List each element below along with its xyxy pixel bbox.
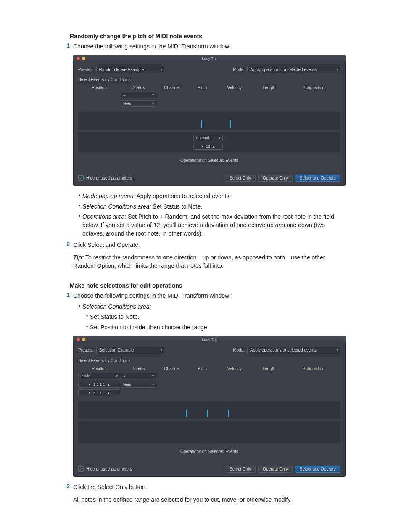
col-length: Length [252,365,286,372]
presets-dropdown[interactable]: Random Move Example▾ [96,66,164,73]
step-number: 2 [63,483,70,490]
col-channel: Channel [157,365,187,372]
window-titlebar: Lady Tra [73,55,346,62]
tip-label: Tip: [73,254,84,261]
window-title: Lady Tra [73,337,346,341]
transform-window-screenshot-1: Lady Tra Presets: Random Move Example▾ M… [73,55,346,186]
mode-label: Mode: [233,67,245,72]
sub-bullet-text: Set Status to Note. [90,312,342,321]
bullet-item: • Selection Conditions area: Set Status … [77,202,342,211]
select-and-operate-button[interactable]: Select and Operate [295,175,340,182]
step-text: Click the Select Only button. [73,483,342,491]
bullet-lead: Selection Conditions area: [82,303,151,310]
status-op-dropdown[interactable]: =▾ [121,92,156,98]
position-to-field[interactable]: ▾8 1 1 1▴ [78,389,120,396]
chevron-down-icon: ▾ [337,68,338,71]
sub-bullet-item: • Set Position to Inside, then choose th… [84,323,342,331]
hide-unused-label: Hide unused parameters [86,467,132,471]
chevron-down-icon: ▾ [161,68,162,71]
section-title: Randomly change the pitch of MIDI note e… [70,33,342,40]
step-row: 2 Click Select and Operate. [63,241,342,249]
step-text: Click Select and Operate. [73,241,342,249]
status-value-dropdown[interactable]: Note▾ [121,381,156,388]
hide-unused-checkbox[interactable]: ✓ Hide unused parameters [78,466,132,472]
col-pitch: Pitch [187,365,217,372]
presets-value: Selection Example [99,348,134,352]
bullet-lead: Operations area: [82,213,126,220]
col-subposition: Subposition [287,365,340,372]
bullet-lead: Selection Conditions area: [82,203,151,210]
presets-value: Random Move Example [99,67,144,72]
checkmark-icon: ✓ [78,466,84,472]
sub-bullet-text: Set Position to Inside, then choose the … [90,323,342,331]
window-titlebar: Lady Tra [73,336,346,343]
col-channel: Channel [157,85,187,91]
chevron-down-icon: ▾ [161,348,162,352]
select-events-label: Select Events by Conditions [73,357,346,365]
conditions-graph [78,112,340,130]
col-pitch: Pitch [187,85,217,91]
tip-paragraph: Tip: To restrict the randomness to one d… [73,253,342,270]
mode-label: Mode: [233,348,245,352]
step-text: Choose the following settings in the MID… [73,291,342,300]
select-and-operate-button[interactable]: Select and Operate [295,466,340,473]
tip-body: To restrict the randomness to one direct… [73,254,325,269]
transform-window-screenshot-2: Lady Tra Presets: Selection Example▾ Mod… [73,336,346,477]
hide-unused-checkbox[interactable]: ✓ Hide unused parameters [78,175,132,181]
bullet-rest: Apply operations to selected events. [135,193,231,199]
presets-label: Presets: [78,67,94,72]
status-op-dropdown[interactable]: =▾ [121,373,156,379]
step-text: Choose the following settings in the MID… [73,42,342,50]
checkmark-icon: ✓ [78,175,84,181]
position-op-dropdown[interactable]: Inside▾ [78,373,120,379]
bullet-rest: Set Status to Note. [151,203,202,210]
bullet-lead: Mode pop-up menu: [82,193,135,199]
col-velocity: Velocity [218,85,251,91]
step-number: 1 [63,291,70,298]
sub-bullet-item: • Set Status to Note. [84,312,342,321]
step-number: 1 [63,42,70,49]
position-from-field[interactable]: ▾1 1 1 1▴ [78,381,120,388]
mode-value: Apply operations to selected events [250,67,317,72]
pitch-op-dropdown[interactable]: +- Rand.▾ [193,135,223,141]
bullet-item: • Selection Conditions area: [77,302,342,311]
step-row: 2 Click the Select Only button. [63,483,342,491]
select-only-button[interactable]: Select Only [225,175,256,182]
presets-dropdown[interactable]: Selection Example▾ [96,347,164,354]
window-title: Lady Tra [73,56,346,61]
bullet-item: • Operations area: Set Pitch to +-Random… [77,212,342,238]
chevron-down-icon: ▾ [337,348,338,352]
col-status: Status [121,85,156,91]
step-row: 1 Choose the following settings in the M… [63,42,342,50]
col-subposition: Subposition [287,85,340,91]
mode-dropdown[interactable]: Apply operations to selected events▾ [247,347,340,354]
pitch-value-field[interactable]: ▾12▴ [193,143,223,150]
status-value-dropdown[interactable]: Note▾ [121,100,156,107]
paragraph: All notes in the defined range are selec… [73,495,342,504]
step-number: 2 [63,241,70,247]
step-row: 1 Choose the following settings in the M… [63,291,342,300]
select-only-button[interactable]: Select Only [225,466,256,473]
col-position: Position [78,365,120,372]
hide-unused-label: Hide unused parameters [86,176,132,180]
operations-row [78,421,340,443]
col-velocity: Velocity [218,365,251,372]
col-position: Position [78,85,120,91]
conditions-graph [78,401,340,419]
bullet-item: • Mode pop-up menu: Apply operations to … [77,192,342,200]
select-events-label: Select Events by Conditions [73,76,346,85]
operate-only-button[interactable]: Operate Only [258,466,292,473]
operations-title: Operations on Selected Events [73,152,346,172]
mode-dropdown[interactable]: Apply operations to selected events▾ [247,66,340,73]
operations-row: +- Rand.▾ ▾12▴ [78,132,340,152]
section-title: Make note selections for edit operations [70,282,342,289]
operate-only-button[interactable]: Operate Only [258,175,292,182]
col-length: Length [252,85,286,91]
operations-title: Operations on Selected Events [73,443,346,463]
presets-label: Presets: [78,348,94,352]
col-status: Status [121,365,156,372]
mode-value: Apply operations to selected events [250,348,317,352]
